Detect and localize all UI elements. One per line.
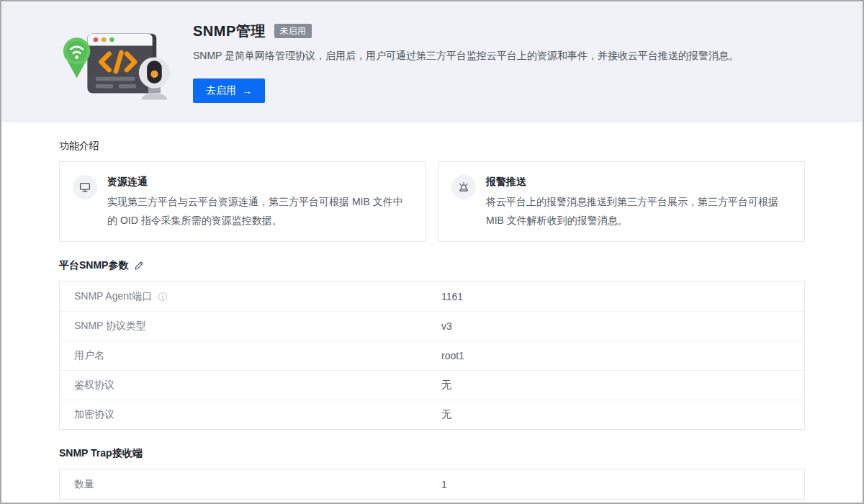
feature-card-description: 实现第三方平台与云平台资源连通，第三方平台可根据 MIB 文件中的 OID 指令… [107, 192, 413, 230]
table-row: 用户名 root1 [60, 341, 804, 370]
row-label: 数量 [74, 478, 94, 491]
trap-receiver-heading-label: SNMP Trap接收端 [59, 447, 143, 460]
main-content: 功能介绍 资源连通 实现第三方平台与云平台资源连通，第三方平台可根据 MIB 文… [1, 140, 863, 504]
row-value: v3 [441, 320, 452, 332]
snmp-illustration-icon [62, 19, 170, 104]
page-description: SNMP 是简单网络管理协议，启用后，用户可通过第三方平台监控云平台上的资源和事… [193, 50, 739, 63]
feature-card-body: 资源连通 实现第三方平台与云平台资源连通，第三方平台可根据 MIB 文件中的 O… [107, 172, 413, 230]
row-value: 无 [441, 379, 451, 392]
row-label: 用户名 [74, 349, 104, 362]
hero-banner: SNMP管理 未启用 SNMP 是简单网络管理协议，启用后，用户可通过第三方平台… [1, 1, 863, 122]
table-row: 数量 1 [60, 469, 804, 499]
feature-card-resource: 资源连通 实现第三方平台与云平台资源连通，第三方平台可根据 MIB 文件中的 O… [59, 161, 426, 242]
feature-card-title: 资源连通 [107, 176, 413, 189]
page-title: SNMP管理 [193, 22, 266, 41]
row-label: 鉴权协议 [74, 379, 114, 392]
title-row: SNMP管理 未启用 [193, 22, 739, 41]
trap-receiver-table: 数量 1 [59, 469, 805, 500]
arrow-right-icon: → [242, 85, 252, 96]
pencil-icon[interactable] [134, 261, 144, 271]
row-value: 1161 [441, 291, 463, 302]
hero-text-block: SNMP管理 未启用 SNMP 是简单网络管理协议，启用后，用户可通过第三方平台… [193, 22, 739, 103]
feature-cards: 资源连通 实现第三方平台与云平台资源连通，第三方平台可根据 MIB 文件中的 O… [59, 161, 805, 242]
alarm-icon [451, 175, 476, 199]
trap-receiver-heading: SNMP Trap接收端 [59, 447, 805, 460]
feature-card-title: 报警推送 [486, 176, 791, 189]
row-label: SNMP Agent端口 [74, 290, 152, 303]
row-value: 1 [441, 479, 447, 490]
row-value: 无 [441, 408, 451, 421]
feature-card-alarm: 报警推送 将云平台上的报警消息推送到第三方平台展示，第三方平台可根据 MIB 文… [438, 161, 805, 242]
table-row: SNMP 协议类型 v3 [60, 311, 804, 341]
table-row: 加密协议 无 [60, 400, 804, 429]
snmp-params-table: SNMP Agent端口 1161 SNMP 协议类型 v3 用户名 root1… [59, 281, 805, 430]
table-row: 鉴权协议 无 [60, 370, 804, 400]
monitor-icon [73, 175, 97, 199]
status-badge: 未启用 [274, 24, 312, 38]
row-value: root1 [441, 350, 464, 361]
enable-button-label: 去启用 [206, 84, 236, 97]
info-icon[interactable] [158, 292, 168, 302]
snmp-params-heading-row: 平台SNMP参数 [59, 259, 805, 272]
table-row: SNMP Agent端口 1161 [60, 282, 804, 311]
snmp-params-heading: 平台SNMP参数 [59, 259, 128, 272]
feature-card-body: 报警推送 将云平台上的报警消息推送到第三方平台展示，第三方平台可根据 MIB 文… [486, 172, 791, 230]
row-label: 加密协议 [74, 408, 114, 421]
feature-card-description: 将云平台上的报警消息推送到第三方平台展示，第三方平台可根据 MIB 文件解析收到… [486, 192, 791, 230]
bottom-spacer [59, 500, 805, 504]
enable-button[interactable]: 去启用 → [193, 78, 265, 103]
row-label: SNMP 协议类型 [74, 320, 146, 333]
features-heading: 功能介绍 [59, 140, 805, 153]
